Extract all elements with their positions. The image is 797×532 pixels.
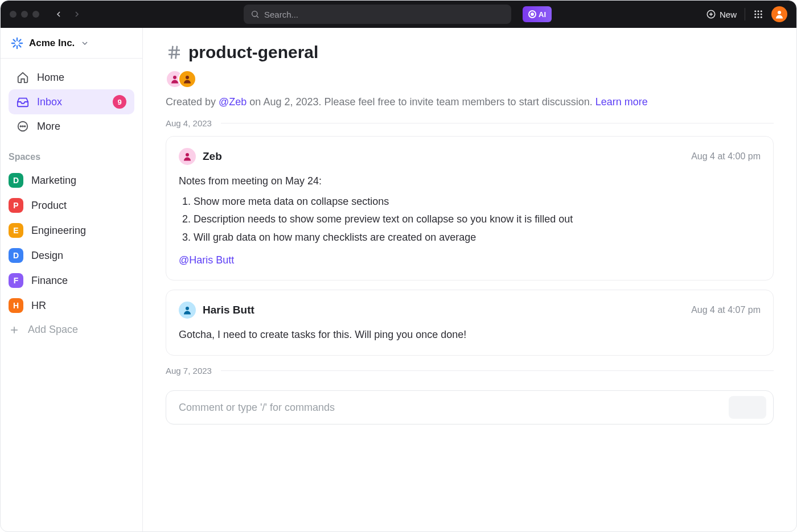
date-divider: Aug 4, 2023 [166,118,774,128]
member-avatar [178,70,196,88]
window-traffic-lights [10,11,39,18]
topbar: Search... AI New [1,1,796,28]
inbox-icon [17,96,29,108]
space-label: Finance [31,275,68,287]
svg-point-25 [20,126,21,127]
plus-icon [9,324,20,336]
more-icon [17,120,29,133]
content: Acme Inc. Home Inbox 9 More Spaces DMark… [1,28,796,532]
space-item[interactable]: HHR [1,293,142,318]
message-author: Zeb [203,150,222,163]
traffic-minimize[interactable] [21,11,28,18]
spaces-heading: Spaces [1,142,142,168]
svg-point-0 [252,11,257,17]
new-button[interactable]: New [706,9,737,19]
home-icon [17,71,29,84]
traffic-close[interactable] [10,11,17,18]
space-item[interactable]: PProduct [1,193,142,218]
svg-point-9 [754,14,756,15]
space-item[interactable]: EEngineering [1,218,142,243]
new-label: New [720,10,737,19]
space-label: Design [31,250,63,262]
traffic-zoom[interactable] [32,11,39,18]
svg-point-34 [173,76,176,79]
svg-point-8 [761,10,762,12]
svg-point-11 [761,14,762,15]
comment-composer[interactable]: Comment or type '/' for commands [166,390,774,424]
message-card[interactable]: Haris Butt Aug 4 at 4:07 pm Gotcha, I ne… [166,290,774,356]
svg-point-15 [778,11,781,14]
svg-line-21 [19,45,20,47]
ai-label: AI [539,10,546,19]
svg-point-36 [186,153,189,156]
svg-point-7 [758,10,759,12]
space-badge: F [9,273,23,288]
channel-name: product-general [188,43,318,62]
message-author: Haris Butt [203,304,254,316]
svg-line-22 [14,45,15,47]
user-mention[interactable]: @Haris Butt [179,252,234,269]
svg-point-2 [531,13,534,16]
person-icon [774,9,784,19]
separator [745,8,745,20]
date-label: Aug 7, 2023 [166,366,212,376]
chevron-right-icon [72,10,81,19]
list-item: Will grab data on how many checklists ar… [194,229,761,246]
nav-inbox-label: Inbox [37,96,62,108]
svg-line-20 [14,39,15,41]
add-space-button[interactable]: Add Space [1,318,142,341]
nav-back-button[interactable] [51,6,67,22]
space-item[interactable]: DDesign [1,243,142,268]
list-item: Description needs to show some preview t… [194,211,761,228]
search-icon [250,10,260,19]
topbar-right: New [706,6,787,22]
svg-point-12 [754,17,756,18]
svg-point-35 [186,76,189,79]
channel-members[interactable] [166,70,774,88]
search-input[interactable]: Search... [244,5,511,24]
svg-point-37 [186,307,189,310]
svg-point-13 [758,17,759,18]
nav-more[interactable]: More [9,114,134,138]
date-label: Aug 4, 2023 [166,118,212,128]
inbox-badge: 9 [113,95,126,109]
space-item[interactable]: DMarketing [1,168,142,193]
nav-more-label: More [37,121,60,133]
space-badge: P [9,198,23,213]
space-label: Engineering [31,225,86,237]
space-badge: H [9,298,23,313]
list-item: Show more meta data on collapse sections [194,193,761,211]
chevron-left-icon [54,10,63,19]
sidebar: Acme Inc. Home Inbox 9 More Spaces DMark… [1,28,143,532]
space-item[interactable]: FFinance [1,268,142,293]
composer-placeholder: Comment or type '/' for commands [179,402,335,414]
space-badge: E [9,223,23,238]
message-card[interactable]: Zeb Aug 4 at 4:00 pm Notes from meeting … [166,136,774,281]
nav-home[interactable]: Home [9,65,134,89]
message-avatar [179,148,196,165]
space-badge: D [9,248,23,263]
nav-inbox[interactable]: Inbox 9 [9,89,134,114]
learn-more-link[interactable]: Learn more [595,96,648,108]
nav-forward-button[interactable] [69,6,85,22]
channel-description: Created by @Zeb on Aug 2, 2023. Please f… [166,96,774,108]
svg-point-6 [754,10,756,12]
spaces-list: DMarketingPProductEEngineeringDDesignFFi… [1,168,142,318]
svg-point-26 [22,126,23,127]
creator-mention[interactable]: @Zeb [219,96,247,108]
nav-home-label: Home [37,72,64,84]
hash-icon [166,44,183,61]
ai-button[interactable]: AI [523,6,552,22]
space-badge: D [9,173,23,188]
message-time: Aug 4 at 4:07 pm [691,305,761,315]
workspace-name: Acme Inc. [29,38,75,49]
date-divider: Aug 7, 2023 [166,366,774,376]
message-body: Notes from meeting on May 24: Show more … [179,173,761,269]
user-avatar[interactable] [771,6,787,22]
message-avatar [179,302,196,319]
send-button[interactable] [729,396,766,419]
svg-line-33 [176,46,178,59]
apps-grid-icon[interactable] [753,9,763,19]
space-label: HR [31,300,46,312]
workspace-switcher[interactable]: Acme Inc. [1,28,142,59]
